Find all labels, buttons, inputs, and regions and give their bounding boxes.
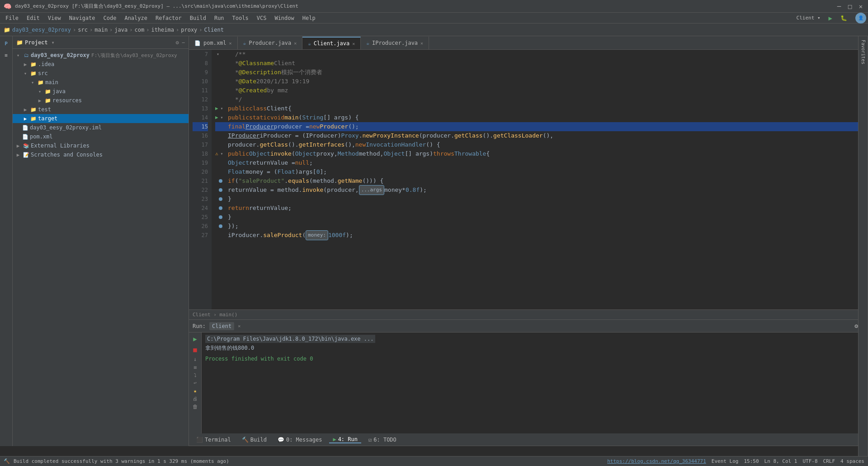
project-sidebar: 📁 Project ▾ ⚙ − ▾ 🗂 day03_eesy_02proxy F…: [13, 36, 189, 446]
code-line-20: Float money = (Float)args[0];: [215, 167, 858, 176]
fold-btn-13[interactable]: ▾: [219, 104, 225, 113]
console-output-1: 拿到销售的钱800.0: [205, 343, 864, 352]
code-line-8: * @Classname Client: [215, 59, 858, 68]
nav-src[interactable]: src: [78, 27, 88, 33]
tree-item-main[interactable]: ▾ 📁 main: [13, 78, 189, 87]
nav-proxy[interactable]: proxy: [181, 27, 197, 33]
settings-icon[interactable]: ⚙: [854, 323, 858, 329]
tree-label-iml: day03_eesy_02proxy.iml: [30, 124, 102, 131]
tab-iproducer[interactable]: ☕ IProducer.java ✕: [361, 37, 429, 49]
tree-item-java[interactable]: ▾ 📁 java: [13, 87, 189, 96]
tree-item-src[interactable]: ▾ 📁 src: [13, 69, 189, 78]
csdn-link[interactable]: https://blog.csdn.net/qq_36344771: [607, 458, 706, 464]
structure-tool-button[interactable]: ≡: [1, 50, 12, 61]
event-log[interactable]: Event Log: [712, 458, 739, 464]
menu-view[interactable]: View: [44, 14, 65, 22]
tree-item-resources[interactable]: ▶ 📁 resources: [13, 96, 189, 105]
tab-run[interactable]: ▶ 4: Run: [329, 436, 361, 443]
menu-navigate[interactable]: Navigate: [66, 14, 99, 22]
wrap-button[interactable]: ↩: [193, 380, 197, 386]
tree-item-scratches[interactable]: ▶ 📝 Scratches and Consoles: [13, 150, 189, 159]
statusbar: 🔨 Build completed successfully with 3 wa…: [0, 456, 868, 466]
menu-edit[interactable]: Edit: [23, 14, 43, 22]
nav-main[interactable]: main: [94, 27, 108, 33]
delete-button[interactable]: 🗑: [193, 404, 198, 410]
maximize-button[interactable]: □: [846, 3, 854, 10]
tree-label-scratches: Scratches and Consoles: [31, 152, 103, 158]
code-line-25: }: [215, 213, 858, 222]
tab-iproducer-close[interactable]: ✕: [420, 41, 423, 46]
menu-code[interactable]: Code: [100, 14, 120, 22]
tab-client-close[interactable]: ✕: [352, 41, 355, 46]
tree-label-main: main: [45, 79, 58, 86]
folder-icon: 📁: [30, 106, 37, 113]
tree-item-test[interactable]: ▶ 📁 test: [13, 105, 189, 114]
minimize-button[interactable]: ─: [835, 3, 843, 10]
fav-icon-1[interactable]: Favorites: [861, 40, 866, 64]
expand-icon: ▶: [14, 142, 22, 149]
run-gutter-icon-14[interactable]: ▶: [215, 113, 218, 122]
tab-pom[interactable]: 📄 pom.xml ✕: [189, 37, 238, 49]
project-tool-button[interactable]: P: [1, 38, 12, 49]
sidebar-expand-icon[interactable]: ▾: [52, 39, 55, 46]
expand-icon: ▾: [22, 70, 29, 77]
tab-terminal[interactable]: ⬛ Terminal: [193, 437, 235, 443]
warn-icon-18: ⚠: [215, 149, 218, 158]
tab-client[interactable]: ☕ Client.java ✕: [302, 37, 361, 49]
scroll-button[interactable]: ⤵: [194, 372, 197, 378]
menu-file[interactable]: File: [2, 14, 22, 22]
code-text[interactable]: ▾ /** * @Classname Client * @Description…: [212, 50, 862, 309]
tab-todo[interactable]: ☑ 6: TODO: [365, 437, 400, 443]
menu-help[interactable]: Help: [299, 14, 319, 22]
close-button[interactable]: ✕: [857, 3, 864, 10]
code-line-13: ▶ ▾ public class Client {: [215, 104, 858, 113]
filter-button[interactable]: ≡: [193, 364, 197, 371]
fav-star[interactable]: ★: [193, 388, 197, 394]
nav-project[interactable]: day03_eesy_02proxy: [12, 27, 71, 33]
fold-btn-14[interactable]: ▾: [219, 113, 225, 122]
menu-vcs[interactable]: VCS: [253, 14, 270, 22]
run-tab-label[interactable]: Client: [209, 322, 234, 330]
bottom-panel: Run: Client ✕ ⚙ − ▶ ■ ↓ ≡ ⤵ ↩ ★ �: [189, 319, 868, 446]
menu-run[interactable]: Run: [211, 14, 228, 22]
close-run-tab-icon[interactable]: ✕: [238, 323, 241, 328]
stop-button[interactable]: ■: [191, 345, 200, 354]
run-button[interactable]: ▶: [825, 14, 836, 23]
tab-messages[interactable]: 💬 0: Messages: [274, 437, 326, 443]
editor-tabs: 📄 pom.xml ✕ ☕ Producer.java ✕ ☕ Client.j…: [189, 36, 868, 50]
sidebar-settings-icon[interactable]: ⚙: [176, 39, 179, 46]
run-gutter-icon[interactable]: ▶: [215, 104, 218, 113]
code-line-7: ▾ /**: [215, 50, 858, 59]
fold-btn-18[interactable]: ▾: [219, 149, 225, 158]
menu-refactor[interactable]: Refactor: [152, 14, 185, 22]
menu-tools[interactable]: Tools: [229, 14, 252, 22]
tree-label-resources: resources: [52, 97, 82, 104]
tab-pom-close[interactable]: ✕: [229, 41, 232, 46]
tree-item-idea[interactable]: ▶ 📁 .idea: [13, 60, 189, 69]
menu-build[interactable]: Build: [186, 14, 210, 22]
print-button[interactable]: 🖨: [193, 396, 198, 402]
tree-item-pom[interactable]: 📄 pom.xml: [13, 132, 189, 141]
menu-window[interactable]: Window: [271, 14, 297, 22]
sidebar-collapse-icon[interactable]: −: [182, 39, 185, 46]
nav-java[interactable]: java: [114, 27, 127, 33]
tab-build[interactable]: 🔨 Build: [238, 437, 270, 443]
nav-com[interactable]: com: [134, 27, 144, 33]
tree-item-target[interactable]: ▶ 📁 target: [13, 114, 189, 123]
debug-button[interactable]: 🐛: [837, 14, 851, 22]
code-editor[interactable]: 7 8 9 10 11 12 13 14 15 16 17 18 19 20 2…: [189, 50, 868, 309]
rerun-button[interactable]: ▶: [191, 334, 200, 343]
console-output-2: Process finished with exit code 0: [205, 354, 864, 363]
tree-item-iml[interactable]: 📄 day03_eesy_02proxy.iml: [13, 123, 189, 132]
tab-producer[interactable]: ☕ Producer.java ✕: [238, 37, 303, 49]
menu-analyze[interactable]: Analyze: [121, 14, 151, 22]
nav-client[interactable]: Client: [204, 27, 224, 33]
nav-itheima[interactable]: itheima: [151, 27, 174, 33]
fold-btn-7[interactable]: ▾: [215, 50, 221, 59]
tree-item-external-libs[interactable]: ▶ 📚 External Libraries: [13, 141, 189, 150]
tab-producer-close[interactable]: ✕: [294, 41, 297, 46]
step-button[interactable]: ↓: [193, 356, 197, 362]
scratches-icon: 📝: [23, 151, 30, 158]
tree-item-root[interactable]: ▾ 🗂 day03_eesy_02proxy F:\项目集合\day03_ees…: [13, 51, 189, 60]
profile-icon: 👤: [855, 13, 866, 24]
